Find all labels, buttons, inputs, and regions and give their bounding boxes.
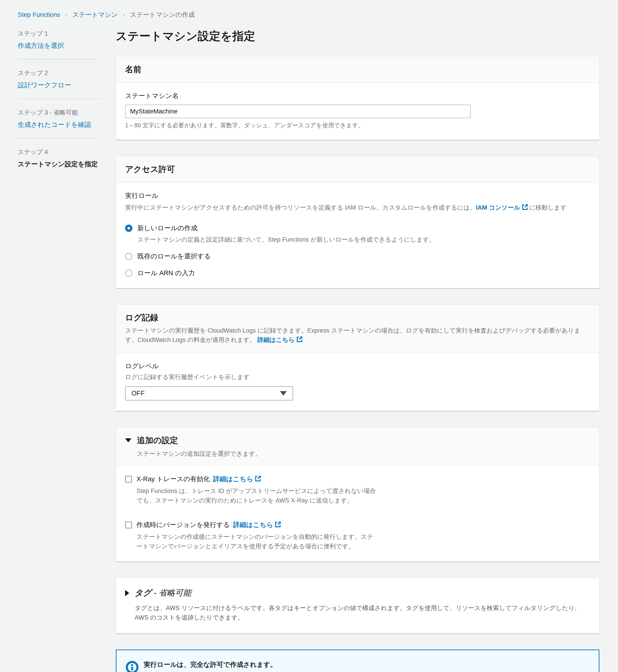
tags-panel[interactable]: タグ - 省略可能 タグとは、AWS リソースに付けるラベルです。各タグはキーと… xyxy=(116,578,599,634)
sidebar-item-step3-link[interactable]: 生成されたコードを確認 xyxy=(18,120,116,129)
breadcrumb: Step Functions › ステートマシン › ステートマシンの作成 xyxy=(0,0,618,19)
logging-learn-more-link[interactable]: 詳細はこちら xyxy=(258,337,295,343)
additional-settings-panel: 追加の設定 ステートマシンの追加設定を選択できます。 X-Ray トレースの有効… xyxy=(116,427,599,562)
page-layout: ステップ 1 作成方法を選択 ステップ 2 設計ワークフロー ステップ 3 - … xyxy=(0,29,618,672)
step-number-label: ステップ 3 - 省略可能 xyxy=(18,109,116,117)
breadcrumb-separator-icon: › xyxy=(123,11,125,19)
logging-panel-title: ログ記録 xyxy=(125,312,590,323)
permissions-panel: アクセス許可 実行ロール 実行中にステートマシンがアクセスするための許可を持つリ… xyxy=(116,156,599,288)
permissions-panel-title: アクセス許可 xyxy=(125,164,590,175)
radio-option-choose-existing-role: 既存のロールを選択する xyxy=(125,252,590,261)
logging-panel-body: ログレベル ログに記録する実行履歴イベントを示します OFF xyxy=(116,353,599,411)
tags-title-text: タグ xyxy=(135,588,151,597)
radio-label-enter-role-arn[interactable]: ロール ARN の入力 xyxy=(137,269,195,278)
sidebar-item-step2-link[interactable]: 設計ワークフロー xyxy=(18,81,116,90)
radio-option-enter-role-arn: ロール ARN の入力 xyxy=(125,269,590,278)
sidebar-item-step4-current: ステートマシン設定を指定 xyxy=(18,160,116,169)
external-link-icon xyxy=(254,475,261,483)
logging-panel: ログ記録 ステートマシンの実行履歴を CloudWatch Logs に記録でき… xyxy=(116,304,599,411)
external-link-icon xyxy=(296,336,303,346)
log-level-selected-value: OFF xyxy=(131,390,144,397)
info-icon xyxy=(125,661,139,672)
state-machine-name-label: ステートマシン名 xyxy=(125,92,590,101)
additional-settings-body: X-Ray トレースの有効化 詳細はこちら Step Functions は、ト… xyxy=(116,466,599,561)
state-machine-name-input[interactable] xyxy=(125,105,471,118)
logging-desc-text: ステートマシンの実行履歴を CloudWatch Logs に記録できます。Ex… xyxy=(125,327,580,343)
tags-panel-title: タグ - 省略可能 xyxy=(135,587,191,598)
additional-settings-subtitle: ステートマシンの追加設定を選択できます。 xyxy=(137,449,590,458)
chevron-down-icon xyxy=(280,391,287,396)
wizard-step-3: ステップ 3 - 省略可能 生成されたコードを確認 xyxy=(18,108,116,138)
radio-unselected[interactable] xyxy=(125,253,132,260)
name-constraint-hint: 1～80 文字にする必要があります。英数字、ダッシュ、アンダースコアを使用できま… xyxy=(125,121,590,129)
radio-selected[interactable] xyxy=(125,225,132,232)
publish-version-option: 作成時にバージョンを発行する 詳細はこちら ステートマシンの作成後にステートマシ… xyxy=(125,520,590,551)
wizard-steps-sidebar: ステップ 1 作成方法を選択 ステップ 2 設計ワークフロー ステップ 3 - … xyxy=(0,29,116,672)
permissions-panel-body: 実行ロール 実行中にステートマシンがアクセスするための許可を持つリソースを定義す… xyxy=(116,183,599,288)
radio-unselected[interactable] xyxy=(125,270,132,277)
breadcrumb-current: ステートマシンの作成 xyxy=(130,10,195,19)
sidebar-divider xyxy=(18,59,100,59)
sidebar-item-step1-link[interactable]: 作成方法を選択 xyxy=(18,41,116,50)
iam-console-link[interactable]: IAM コンソール xyxy=(476,204,520,211)
step-number-label: ステップ 1 xyxy=(18,29,116,38)
radio-label-create-new-role[interactable]: 新しいロールの作成 xyxy=(137,224,197,233)
wizard-step-1: ステップ 1 作成方法を選択 xyxy=(18,29,116,59)
name-panel-title: 名前 xyxy=(125,64,590,75)
collapse-triangle-icon xyxy=(125,438,131,442)
page-title: ステートマシン設定を指定 xyxy=(116,29,599,44)
radio-label-choose-existing-role[interactable]: 既存のロールを選択する xyxy=(137,252,211,261)
publish-version-checkbox-label[interactable]: 作成時にバージョンを発行する xyxy=(136,520,230,530)
xray-checkbox[interactable] xyxy=(125,476,132,483)
log-level-label: ログレベル xyxy=(125,362,590,371)
publish-version-learn-more-link[interactable]: 詳細はこちら xyxy=(233,520,273,530)
additional-settings-title: 追加の設定 xyxy=(137,435,178,446)
flash-content: 実行ロールは、完全な許可で作成されます。 StepFunctions-MySta… xyxy=(144,660,590,672)
wizard-step-2: ステップ 2 設計ワークフロー xyxy=(18,68,116,99)
execution-role-label: 実行ロール xyxy=(125,191,590,200)
additional-settings-header[interactable]: 追加の設定 ステートマシンの追加設定を選択できます。 xyxy=(116,427,599,466)
breadcrumb-step-functions[interactable]: Step Functions xyxy=(18,11,60,18)
xray-learn-more-link[interactable]: 詳細はこちら xyxy=(213,475,253,484)
breadcrumb-state-machines[interactable]: ステートマシン xyxy=(73,10,118,19)
breadcrumb-separator-icon: › xyxy=(65,11,68,19)
name-panel: 名前 ステートマシン名 1～80 文字にする必要があります。英数字、ダッシュ、ア… xyxy=(116,56,599,140)
xray-description: Step Functions は、トレース ID がアップストリームサービスによ… xyxy=(136,487,377,506)
tags-description: タグとは、AWS リソースに付けるラベルです。各タグはキーとオプションの値で構成… xyxy=(135,603,590,623)
publish-version-description: ステートマシンの作成後にステートマシンのバージョンを自動的に発行します。ステート… xyxy=(136,532,377,551)
flash-title: 実行ロールは、完全な許可で作成されます。 xyxy=(144,660,590,669)
log-level-description: ログに記録する実行履歴イベントを示します xyxy=(125,373,590,382)
sidebar-divider xyxy=(18,138,100,138)
create-new-role-description: ステートマシンの定義と設定詳細に基づいて、Step Functions が新しい… xyxy=(137,235,590,244)
radio-option-create-new-role: 新しいロールの作成 ステートマシンの定義と設定詳細に基づいて、Step Func… xyxy=(125,224,590,244)
tags-optional-suffix: - 省略可能 xyxy=(151,588,191,597)
step-number-label: ステップ 4 xyxy=(18,148,116,156)
publish-version-checkbox[interactable] xyxy=(125,522,132,528)
step-number-label: ステップ 2 xyxy=(18,69,116,77)
expand-triangle-icon xyxy=(125,590,129,596)
permissions-panel-header: アクセス許可 xyxy=(116,156,599,183)
wizard-step-4-current: ステップ 4 ステートマシン設定を指定 xyxy=(18,147,116,177)
logging-description: ステートマシンの実行履歴を CloudWatch Logs に記録できます。Ex… xyxy=(125,326,590,345)
external-link-icon xyxy=(521,204,528,213)
execution-role-desc-after: に移動します xyxy=(529,204,567,211)
xray-tracing-option: X-Ray トレースの有効化 詳細はこちら Step Functions は、ト… xyxy=(125,475,590,506)
aws-console-page: { "colors": { "link": "#0073bb", "accent… xyxy=(0,0,618,672)
xray-checkbox-label[interactable]: X-Ray トレースの有効化 xyxy=(136,475,210,484)
logging-panel-header: ログ記録 ステートマシンの実行履歴を CloudWatch Logs に記録でき… xyxy=(116,304,599,353)
execution-role-desc-before: 実行中にステートマシンがアクセスするための許可を持つリソースを定義する IAM … xyxy=(125,204,476,211)
sidebar-divider xyxy=(18,99,100,99)
execution-role-info-flash: 実行ロールは、完全な許可で作成されます。 StepFunctions-MySta… xyxy=(116,650,599,672)
name-panel-header: 名前 xyxy=(116,56,599,83)
external-link-icon xyxy=(275,521,281,529)
execution-role-description: 実行中にステートマシンがアクセスするための許可を持つリソースを定義する IAM … xyxy=(125,203,590,213)
name-panel-body: ステートマシン名 1～80 文字にする必要があります。英数字、ダッシュ、アンダー… xyxy=(116,83,599,140)
log-level-select[interactable]: OFF xyxy=(125,386,293,400)
execution-role-radio-group: 新しいロールの作成 ステートマシンの定義と設定詳細に基づいて、Step Func… xyxy=(125,224,590,278)
main-content: ステートマシン設定を指定 名前 ステートマシン名 1～80 文字にする必要があり… xyxy=(116,29,599,672)
